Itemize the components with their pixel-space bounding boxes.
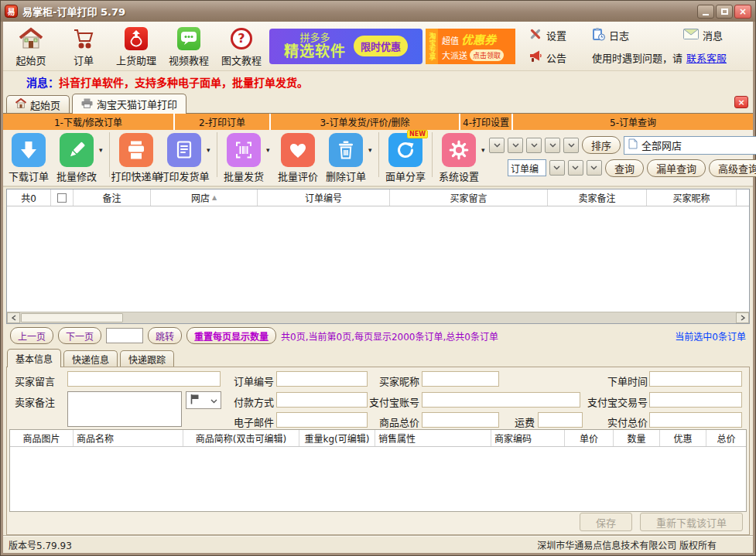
tab-close-button[interactable]: × (734, 96, 748, 108)
print-invoice-button[interactable]: 打印发货单 (160, 133, 208, 183)
toolbar-item-upload-assistant[interactable]: 上货助理 (111, 26, 161, 67)
filter-dropdown[interactable] (568, 160, 583, 176)
print-express-button[interactable]: 打印快递单 (112, 133, 160, 183)
column-count: 共0 (7, 189, 51, 206)
maximize-button[interactable] (716, 5, 733, 19)
close-button[interactable]: × (734, 5, 751, 19)
print-invoice-dropdown-caret[interactable]: ▾ (207, 146, 214, 154)
alipay-trade-no-label: 支付宝交易号 (587, 394, 648, 409)
column-product-image[interactable]: 商品图片 (10, 430, 74, 446)
filter-dropdown[interactable] (489, 138, 505, 153)
toolbar-item-home[interactable]: 起始页 (6, 26, 56, 67)
sort-button[interactable]: 排序 (582, 136, 621, 154)
pay-method-field[interactable] (276, 392, 368, 408)
column-product-short-name[interactable]: 商品简称(双击可编辑) (183, 430, 299, 446)
filter-dropdown[interactable] (563, 138, 579, 153)
order-no-field[interactable] (276, 371, 368, 387)
tab-taobao-order-print[interactable]: 淘宝天猫订单打印 (72, 94, 186, 114)
toolbar-item-label: 视频教程 (169, 53, 209, 67)
save-button[interactable]: 保存 (580, 513, 632, 531)
product-table-body[interactable] (10, 447, 746, 511)
advanced-query-button[interactable]: 高级查询 (709, 159, 756, 177)
settings-link[interactable]: 设置 (529, 27, 592, 43)
page-number-input[interactable] (106, 328, 143, 343)
log-link[interactable]: 日志 (592, 27, 683, 43)
tab-express-tracking[interactable]: 快递跟踪 (120, 350, 174, 367)
column-seller-remark[interactable]: 卖家备注 (548, 189, 647, 206)
query-field-select[interactable]: 订单编 (508, 159, 546, 176)
tab-home[interactable]: 起始页 (6, 95, 70, 113)
horizontal-scrollbar[interactable] (7, 312, 749, 323)
delete-orders-button[interactable]: 删除订单 (322, 133, 370, 183)
select-all-checkbox[interactable] (57, 193, 67, 203)
order-time-field[interactable] (649, 371, 742, 387)
taobao-coupon-banner[interactable]: 淘宝专享 超值 优惠券 大派送 点击领取 (426, 29, 515, 64)
batch-modify-button[interactable]: 批量修改 (53, 133, 101, 183)
buyer-message-field[interactable] (67, 371, 221, 387)
tab-label: 起始页 (30, 97, 60, 112)
batch-ship-dropdown-caret[interactable]: ▾ (266, 146, 274, 154)
waybill-share-button[interactable]: NEW 面单分享 (381, 133, 429, 183)
paid-total-field[interactable] (649, 412, 742, 428)
scrollbar-thumb[interactable] (21, 313, 123, 322)
alipay-account-field[interactable] (422, 392, 580, 408)
flag-select[interactable] (186, 391, 221, 409)
column-shop[interactable]: 网店 ▲ (151, 189, 258, 206)
filter-dropdown[interactable] (526, 138, 542, 153)
column-sale-attrs[interactable]: 销售属性 (375, 430, 491, 446)
pdd-promo-banner[interactable]: 拼多多 精选软件 限时优惠 (269, 29, 422, 64)
prev-page-button[interactable]: 上一页 (10, 327, 53, 344)
system-settings-button[interactable]: 系统设置 (435, 133, 483, 183)
toolbar-item-orders[interactable]: 订单 (59, 26, 108, 67)
announcement-link[interactable]: 公告 (529, 50, 592, 65)
tab-express-info[interactable]: 快递信息 (63, 350, 118, 367)
filter-dropdown[interactable] (549, 160, 565, 176)
column-discount[interactable]: 优惠 (660, 430, 706, 446)
column-product-name[interactable]: 商品名称 (74, 430, 183, 446)
email-field[interactable] (276, 412, 368, 428)
missed-order-query-button[interactable]: 漏单查询 (647, 159, 706, 177)
filter-dropdown[interactable] (545, 138, 560, 153)
message-link[interactable]: 消息 (683, 28, 747, 43)
next-page-button[interactable]: 下一页 (58, 327, 101, 344)
batch-ship-button[interactable]: 批量发货 (220, 133, 268, 183)
filter-dropdown[interactable] (508, 138, 523, 153)
pdd-banner-badge: 限时优惠 (354, 36, 408, 56)
batch-review-button[interactable]: 批量评价 (274, 133, 322, 183)
toolbar-item-video-tutorial[interactable]: 视频教程 (164, 26, 214, 67)
shop-select[interactable]: 全部网店 (624, 136, 756, 155)
column-remark[interactable]: 备注 (74, 189, 151, 206)
column-weight[interactable]: 重量kg(可编辑) (299, 430, 375, 446)
new-badge: NEW (407, 130, 428, 138)
redownload-order-button[interactable]: 重新下载该订单 (640, 513, 743, 531)
column-unit-price[interactable]: 单价 (565, 430, 614, 446)
scroll-left-button[interactable] (7, 312, 20, 323)
filter-dropdown[interactable] (587, 160, 602, 176)
minimize-button[interactable] (697, 5, 714, 19)
scroll-right-button[interactable] (736, 312, 749, 323)
batch-modify-dropdown-caret[interactable]: ▾ (99, 146, 107, 154)
tab-basic-info[interactable]: 基本信息 (7, 349, 61, 367)
alipay-trade-no-field[interactable] (649, 392, 742, 408)
column-total-price[interactable]: 总价 (706, 430, 746, 446)
reset-page-size-button[interactable]: 重置每页显示数量 (186, 327, 276, 344)
download-orders-button[interactable]: 下载订单 (5, 133, 53, 183)
column-buyer-nick[interactable]: 买家昵称 (647, 189, 737, 206)
toolbar-item-doc-tutorial[interactable]: ? 图文教程 (217, 26, 266, 67)
jump-button[interactable]: 跳转 (148, 327, 182, 344)
column-quantity[interactable]: 数量 (614, 430, 660, 446)
goods-total-field[interactable] (422, 412, 499, 428)
system-settings-dropdown-caret[interactable]: ▾ (481, 146, 489, 154)
column-buyer-message[interactable]: 买家留言 (390, 189, 548, 206)
buyer-nick-field[interactable] (422, 371, 499, 387)
contact-support-link[interactable]: 联系客服 (686, 50, 727, 65)
column-order-no[interactable]: 订单编号 (258, 189, 390, 206)
delete-orders-dropdown-caret[interactable]: ▾ (368, 146, 376, 154)
shipping-fee-field[interactable] (538, 412, 583, 428)
column-merchant-code[interactable]: 商家编码 (491, 430, 565, 446)
pdd-banner-line1: 拼多多 (284, 32, 346, 43)
seller-remark-area[interactable] (67, 391, 182, 427)
select-all-cell[interactable] (51, 189, 74, 206)
order-table-body[interactable] (7, 206, 749, 312)
search-button[interactable]: 查询 (605, 159, 644, 177)
